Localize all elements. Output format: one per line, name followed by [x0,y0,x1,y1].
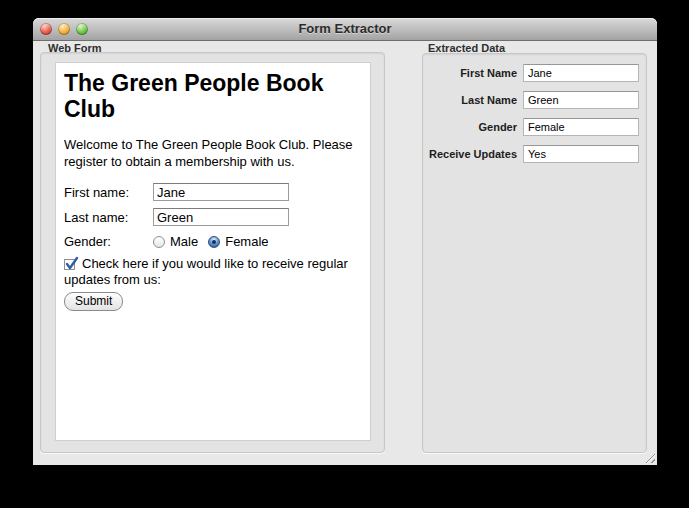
page-heading: The Green People Book Club [64,70,362,122]
window-title: Form Extractor [33,18,657,40]
extracted-first-name-label: First Name [423,67,517,79]
extracted-last-name-field[interactable] [523,91,639,109]
extracted-row: Last Name [423,91,646,109]
last-name-label: Last name: [64,210,153,225]
gender-male-label: Male [170,234,198,249]
app-window: Form Extractor Web Form Extracted Data T… [33,18,657,465]
first-name-label: First name: [64,185,153,200]
first-name-input[interactable] [153,183,289,201]
extracted-gender-label: Gender [423,121,517,133]
minimize-button[interactable] [58,23,70,35]
gender-female-label: Female [225,234,268,249]
gender-male-radio[interactable] [153,236,165,248]
updates-label: Check here if you would like to receive … [64,256,348,287]
extracted-row: Receive Updates [423,145,646,163]
extracted-row: Gender [423,118,646,136]
close-button[interactable] [40,23,52,35]
resize-grip-icon[interactable] [643,451,655,463]
web-form-groupbox: The Green People Book Club Welcome to Th… [40,52,385,453]
gender-female-radio[interactable] [208,236,220,248]
extracted-first-name-field[interactable] [523,64,639,82]
checkmark-icon [65,256,79,270]
extracted-row: First Name [423,64,646,82]
updates-checkbox[interactable] [64,259,75,270]
last-name-input[interactable] [153,208,289,226]
extracted-gender-field[interactable] [523,118,639,136]
extracted-data-groupbox: First Name Last Name Gender Receive Upda… [422,53,647,453]
first-name-row: First name: [64,183,362,201]
title-bar[interactable]: Form Extractor [33,18,657,41]
extracted-receive-updates-label: Receive Updates [423,148,517,160]
zoom-button[interactable] [76,23,88,35]
updates-row: Check here if you would like to receive … [64,256,362,288]
last-name-row: Last name: [64,208,362,226]
submit-button[interactable]: Submit [64,292,123,311]
extracted-receive-updates-field[interactable] [523,145,639,163]
gender-row: Gender: Male Female [64,234,362,249]
extracted-last-name-label: Last Name [423,94,517,106]
page-intro: Welcome to The Green People Book Club. P… [64,136,362,170]
web-view: The Green People Book Club Welcome to Th… [55,62,371,441]
gender-label: Gender: [64,234,153,249]
